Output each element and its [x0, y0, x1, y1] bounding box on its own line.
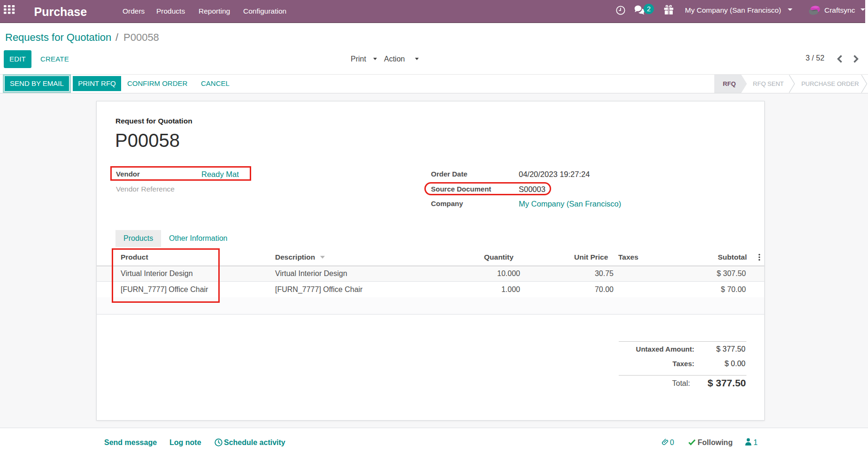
- svg-text:RFQ: RFQ: [723, 80, 736, 87]
- svg-text:RFQ SENT: RFQ SENT: [753, 80, 784, 87]
- svg-text:PURCHASE ORDER: PURCHASE ORDER: [801, 80, 859, 87]
